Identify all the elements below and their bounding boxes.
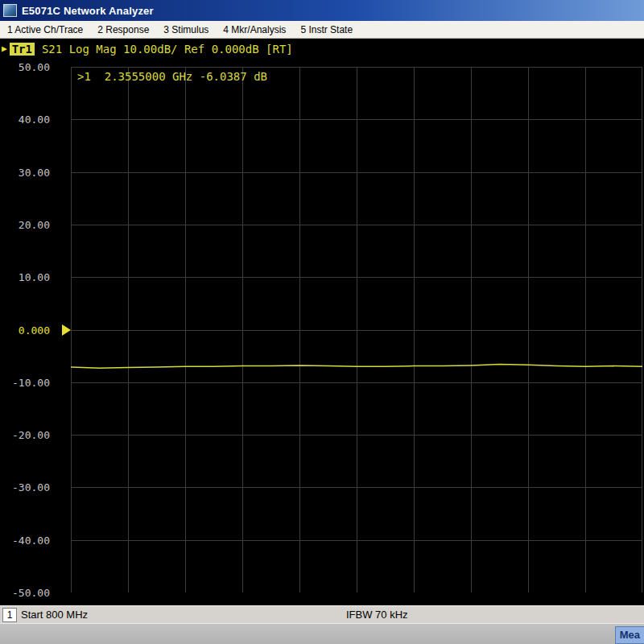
y-axis-label: -30.00 [0, 481, 50, 493]
y-axis-label: -40.00 [0, 534, 50, 546]
menu-item-4[interactable]: 4 Mkr/Analysis [221, 23, 287, 36]
window-title: E5071C Network Analyzer [22, 5, 154, 17]
y-axis-label: 40.00 [0, 114, 50, 126]
graph-area: 50.0040.0030.0020.0010.000.000-10.00-20.… [0, 59, 644, 605]
y-axis-label: 50.00 [0, 61, 50, 73]
y-axis-label: -10.00 [0, 376, 50, 388]
window-titlebar: E5071C Network Analyzer [0, 0, 644, 21]
reference-level-marker-icon [62, 324, 71, 336]
plot-grid-and-trace [71, 67, 642, 592]
app-icon [3, 4, 17, 17]
active-trace-arrow-icon: ▶ [2, 43, 7, 54]
y-axis-label: -20.00 [0, 429, 50, 441]
menu-bar: 1 Active Ch/Trace2 Response3 Stimulus4 M… [0, 21, 644, 39]
y-axis-label: 0.000 [0, 324, 50, 336]
menu-item-3[interactable]: 3 Stimulus [162, 23, 210, 36]
y-axis-label: 20.00 [0, 218, 50, 230]
menu-item-5[interactable]: 5 Instr State [299, 23, 354, 36]
trace-status-bar: ▶ Tr1 S21 Log Mag 10.00dB/ Ref 0.000dB [… [0, 39, 644, 59]
channel-status-bar: 1 Start 800 MHz IFBW 70 kHz [0, 605, 644, 623]
y-axis-label: -50.00 [0, 587, 50, 599]
y-axis-label: 30.00 [0, 166, 50, 178]
trace1-settings-text: S21 Log Mag 10.00dB/ Ref 0.000dB [RT] [42, 43, 293, 56]
channel-number-badge: 1 [2, 608, 17, 622]
menu-item-1[interactable]: 1 Active Ch/Trace [6, 23, 85, 36]
meas-button[interactable]: Mea [615, 626, 644, 644]
marker-readout: >1 2.3555000 GHz -6.0387 dB [77, 70, 267, 83]
instrument-status-bar: Mea [0, 623, 644, 644]
ifbw-label: IFBW 70 kHz [346, 609, 408, 621]
start-frequency-label: Start 800 MHz [21, 609, 88, 621]
trace1-label[interactable]: Tr1 [10, 43, 35, 56]
menu-item-2[interactable]: 2 Response [96, 23, 151, 36]
y-axis-label: 10.00 [0, 271, 50, 283]
